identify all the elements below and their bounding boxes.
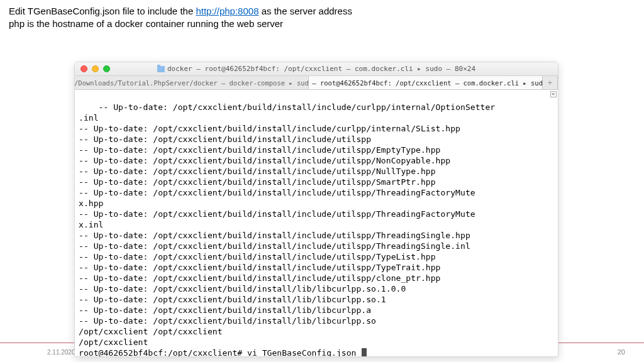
slide-number: 20 [618,348,625,356]
slide-date: 2.11.2020 [47,349,75,356]
zoom-icon[interactable] [103,65,110,72]
folder-icon [157,66,165,72]
shell-command: vi TGenBaseConfig.json [247,348,361,356]
instruction-line1-pre: Edit TGenBaseConfig.json file to include… [9,6,196,16]
minimize-icon[interactable] [92,65,99,72]
scroll-indicator-icon: ≡ [550,91,557,97]
new-tab-button[interactable]: + [543,76,558,89]
slide-instruction: Edit TGenBaseConfig.json file to include… [9,5,352,31]
tab-cxxclient[interactable]: … — root@462652bf4bcf: /opt/cxxclient — … [309,76,543,89]
window-titlebar[interactable]: docker — root@462652bf4bcf: /opt/cxxclie… [75,62,558,76]
window-controls [80,65,110,72]
instruction-line1-post: as the server address [259,6,352,16]
tab-bar: ~/Downloads/Tutorial.PhpServer/docker — … [75,76,558,90]
server-url-link[interactable]: http://php:8008 [196,6,258,16]
close-icon[interactable] [80,65,87,72]
tab-docker-compose[interactable]: ~/Downloads/Tutorial.PhpServer/docker — … [75,76,309,89]
terminal-window: docker — root@462652bf4bcf: /opt/cxxclie… [74,62,558,357]
window-title: docker — root@462652bf4bcf: /opt/cxxclie… [75,65,558,73]
terminal-output[interactable]: ≡-- Up-to-date: /opt/cxxclient/build/ins… [75,90,558,356]
window-title-text: docker — root@462652bf4bcf: /opt/cxxclie… [167,65,475,73]
cursor-icon [362,348,367,356]
shell-prompt: root@462652bf4bcf:/opt/cxxclient# [79,348,247,356]
instruction-line2: php is the hostname of a docker containe… [9,18,283,29]
